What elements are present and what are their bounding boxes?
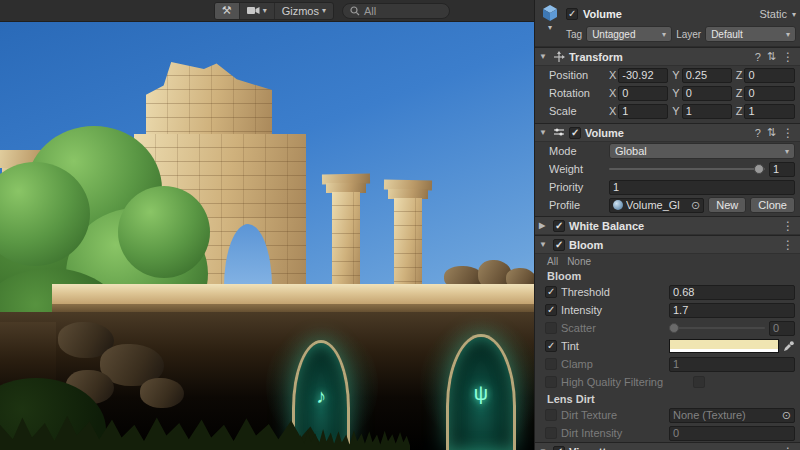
threshold-override-checkbox[interactable] xyxy=(545,286,557,298)
profile-row: Profile Volume_Gl ⊙ New Clone xyxy=(535,196,800,214)
axis-y-label: Y xyxy=(672,69,679,81)
presets-icon[interactable]: ⇅ xyxy=(767,126,776,139)
bloom-header[interactable]: ▼ Bloom ⋮ xyxy=(535,235,800,254)
scene-search-input[interactable]: All xyxy=(342,3,450,19)
kebab-menu-icon[interactable]: ⋮ xyxy=(782,445,794,450)
bloom-enabled-checkbox[interactable] xyxy=(553,239,565,251)
clamp-field[interactable]: 1 xyxy=(669,357,795,372)
dirt-intensity-field[interactable]: 0 xyxy=(669,426,795,441)
camera-icon xyxy=(247,6,260,15)
bloom-none-button[interactable]: None xyxy=(567,256,591,267)
tools-icon: ⚒ xyxy=(222,4,232,17)
scene-search-value: All xyxy=(364,5,376,17)
scatter-value-field[interactable]: 0 xyxy=(769,321,795,336)
dirt-intensity-override-checkbox[interactable] xyxy=(545,427,557,439)
scene-tools-button[interactable]: ⚒ xyxy=(215,3,240,19)
position-z-field[interactable]: 0 xyxy=(744,68,795,83)
hqf-override-checkbox[interactable] xyxy=(545,376,557,388)
gizmos-dropdown[interactable]: Gizmos ▾ xyxy=(275,3,333,19)
gameobject-active-checkbox[interactable] xyxy=(566,8,578,20)
profile-label: Profile xyxy=(549,199,605,211)
help-icon[interactable]: ? xyxy=(755,127,761,139)
scatter-slider[interactable] xyxy=(669,320,765,336)
foldout-icon[interactable]: ▼ xyxy=(539,52,549,61)
tint-color-swatch[interactable] xyxy=(669,339,779,353)
scale-z-field[interactable]: 1 xyxy=(744,104,795,119)
inspector-panel: ▾ Volume Static ▾ Tag Untagged ▾ Layer D… xyxy=(534,0,800,450)
white-balance-enabled-checkbox[interactable] xyxy=(553,220,565,232)
tint-override-checkbox[interactable] xyxy=(545,340,557,352)
foldout-icon[interactable]: ▼ xyxy=(539,128,549,137)
eyedropper-icon[interactable] xyxy=(783,340,795,352)
foldout-icon[interactable]: ▼ xyxy=(539,240,549,249)
presets-icon[interactable]: ⇅ xyxy=(767,50,776,63)
threshold-field[interactable]: 0.68 xyxy=(669,285,795,300)
scatter-override-checkbox[interactable] xyxy=(545,322,557,334)
position-x-field[interactable]: -30.92 xyxy=(618,68,668,83)
axis-y-label: Y xyxy=(672,105,679,117)
rotation-x-field[interactable]: 0 xyxy=(618,86,668,101)
bloom-allnone-row: All None xyxy=(535,254,800,268)
mode-dropdown[interactable]: Global ▾ xyxy=(609,143,795,159)
chevron-down-icon: ▾ xyxy=(322,6,326,15)
hqf-row: High Quality Filtering xyxy=(535,373,800,391)
weight-row: Weight 1 xyxy=(535,160,800,178)
kebab-menu-icon[interactable]: ⋮ xyxy=(782,219,794,233)
priority-field[interactable]: 1 xyxy=(609,180,795,195)
profile-object-field[interactable]: Volume_Gl ⊙ xyxy=(609,198,704,213)
threshold-label: Threshold xyxy=(561,286,665,298)
camera-view-button[interactable]: ▾ xyxy=(240,3,275,19)
volume-enabled-checkbox[interactable] xyxy=(569,127,581,139)
pillar-a-shaft xyxy=(332,192,360,288)
lens-dirt-section-label: Lens Dirt xyxy=(535,391,800,406)
foldout-icon[interactable]: ▶ xyxy=(539,221,549,230)
clamp-override-checkbox[interactable] xyxy=(545,358,557,370)
tag-dropdown[interactable]: Untagged ▾ xyxy=(586,26,672,42)
scene-canvas[interactable]: ♪ ψ xyxy=(0,22,534,450)
profile-new-button[interactable]: New xyxy=(708,197,746,213)
static-label[interactable]: Static xyxy=(759,8,787,20)
hqf-label: High Quality Filtering xyxy=(561,376,689,388)
volume-component-header[interactable]: ▼ Volume ? ⇅ ⋮ xyxy=(535,123,800,142)
icon-picker-arrow[interactable]: ▾ xyxy=(548,23,552,32)
scene-view-toolbar: ⚒ ▾ Gizmos ▾ All xyxy=(0,0,534,22)
bloom-all-button[interactable]: All xyxy=(547,256,558,267)
dirt-texture-override-checkbox[interactable] xyxy=(545,409,557,421)
help-icon[interactable]: ? xyxy=(755,51,761,63)
weight-slider[interactable] xyxy=(609,161,765,177)
rotation-y-field[interactable]: 0 xyxy=(682,86,732,101)
weight-value-field[interactable]: 1 xyxy=(769,162,795,177)
object-picker-icon[interactable]: ⊙ xyxy=(691,199,700,212)
kebab-menu-icon[interactable]: ⋮ xyxy=(782,238,794,252)
rotation-label: Rotation xyxy=(549,87,605,99)
threshold-row: Threshold 0.68 xyxy=(535,283,800,301)
scatter-row: Scatter 0 xyxy=(535,319,800,337)
scale-y-field[interactable]: 1 xyxy=(682,104,732,119)
static-dropdown-arrow[interactable]: ▾ xyxy=(792,10,796,19)
scale-x-field[interactable]: 1 xyxy=(618,104,668,119)
white-balance-title: White Balance xyxy=(569,220,644,232)
vignette-header[interactable]: ▼ Vignette ⋮ xyxy=(535,442,800,450)
vignette-enabled-checkbox[interactable] xyxy=(553,446,565,450)
object-picker-icon[interactable]: ⊙ xyxy=(782,409,791,422)
intensity-override-checkbox[interactable] xyxy=(545,304,557,316)
scatter-label: Scatter xyxy=(561,322,665,334)
dirt-texture-object-field[interactable]: None (Texture) ⊙ xyxy=(669,408,795,423)
scale-row: Scale X1 Y1 Z1 xyxy=(535,102,800,120)
transform-header[interactable]: ▼ Transform ? ⇅ ⋮ xyxy=(535,47,800,66)
dirt-intensity-row: Dirt Intensity 0 xyxy=(535,424,800,442)
kebab-menu-icon[interactable]: ⋮ xyxy=(782,50,794,64)
white-balance-header[interactable]: ▶ White Balance ⋮ xyxy=(535,216,800,235)
intensity-field[interactable]: 1.7 xyxy=(669,303,795,318)
position-y-field[interactable]: 0.25 xyxy=(682,68,732,83)
kebab-menu-icon[interactable]: ⋮ xyxy=(782,126,794,140)
profile-clone-button[interactable]: Clone xyxy=(750,197,795,213)
gameobject-name[interactable]: Volume xyxy=(583,8,754,20)
scene-view[interactable]: ⚒ ▾ Gizmos ▾ All xyxy=(0,0,534,450)
mode-label: Mode xyxy=(549,145,605,157)
chevron-down-icon: ▾ xyxy=(263,6,267,15)
tint-label: Tint xyxy=(561,340,665,352)
rotation-z-field[interactable]: 0 xyxy=(744,86,795,101)
layer-dropdown[interactable]: Default ▾ xyxy=(705,26,796,42)
hqf-value-checkbox[interactable] xyxy=(693,376,705,388)
